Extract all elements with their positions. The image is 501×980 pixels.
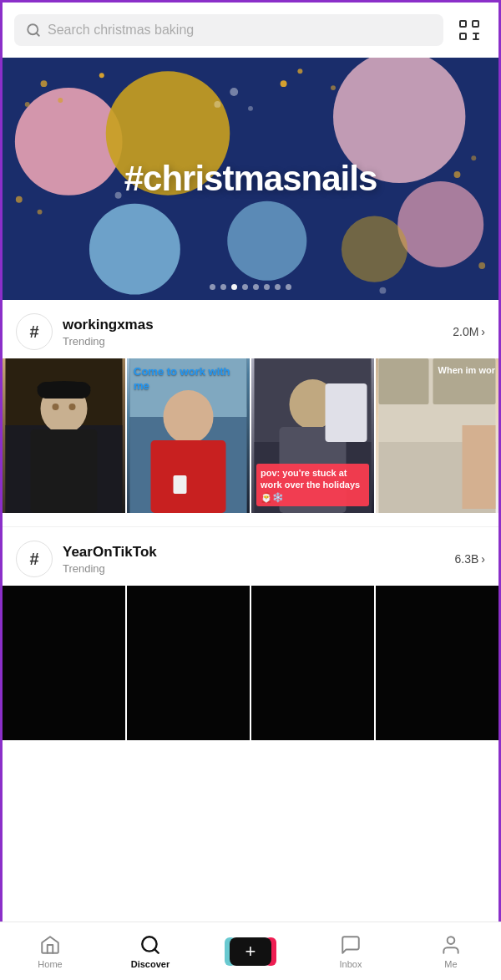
svg-point-25: [38, 210, 43, 215]
svg-line-59: [154, 949, 159, 953]
svg-line-1: [36, 33, 38, 35]
svg-point-38: [53, 404, 59, 410]
dot-6[interactable]: [264, 284, 270, 290]
video-bottom-text-3: pov: you're stuck at work over the holid…: [256, 464, 369, 506]
video-thumb-3[interactable]: pov: you're stuck at work over the holid…: [251, 358, 374, 513]
create-button[interactable]: +: [230, 937, 271, 966]
svg-point-16: [58, 98, 63, 103]
dot-7[interactable]: [275, 284, 281, 290]
hero-banner[interactable]: #christmasnails: [3, 58, 498, 300]
dot-8[interactable]: [286, 284, 291, 290]
inbox-icon: [340, 934, 362, 956]
video-thumb-1[interactable]: [3, 358, 125, 513]
svg-point-21: [331, 85, 336, 90]
svg-point-22: [454, 171, 461, 178]
section-subtitle-workingxmas: Trending: [63, 335, 443, 348]
person-illustration-1: [3, 358, 125, 513]
pagination-dots: [210, 284, 291, 290]
svg-point-29: [248, 106, 253, 111]
section-title-yearontiktok[interactable]: YearOnTikTok: [63, 544, 445, 561]
video-thumb-yot-4[interactable]: [376, 586, 498, 740]
video-top-right-text-4: When im wor: [438, 365, 495, 375]
svg-rect-2: [460, 21, 466, 27]
section-yearontiktok: # YearOnTikTok Trending 6.3B ›: [3, 527, 498, 754]
svg-point-19: [281, 80, 287, 87]
video-overlay-text-2: Come to work with me: [134, 365, 243, 394]
hashtag-icon-workingxmas: #: [16, 313, 53, 350]
nav-item-create[interactable]: +: [225, 937, 276, 966]
svg-point-31: [115, 192, 122, 199]
dot-1[interactable]: [210, 284, 215, 290]
person-icon: [440, 934, 462, 956]
scan-icon: [458, 18, 481, 42]
dot-4[interactable]: [242, 284, 248, 290]
search-icon: [26, 23, 41, 38]
svg-point-14: [342, 216, 407, 282]
svg-rect-4: [460, 33, 466, 39]
svg-point-12: [227, 201, 306, 281]
section-subtitle-yearontiktok: Trending: [63, 562, 445, 575]
svg-point-23: [471, 155, 476, 160]
video-thumb-2[interactable]: Come to work with me: [127, 358, 250, 513]
svg-point-26: [478, 262, 485, 269]
svg-rect-3: [473, 21, 478, 27]
video-thumb-4[interactable]: When im wor: [376, 358, 498, 513]
svg-point-60: [448, 937, 455, 944]
section-info-yearontiktok: YearOnTikTok Trending: [63, 544, 445, 575]
discover-search-icon: [139, 934, 161, 956]
svg-point-43: [164, 390, 214, 444]
svg-rect-51: [326, 383, 367, 442]
nav-item-me[interactable]: Me: [426, 934, 476, 969]
video-thumb-yot-1[interactable]: [3, 586, 125, 740]
section-title-workingxmas[interactable]: workingxmas: [63, 317, 443, 333]
section-header-yearontiktok: # YearOnTikTok Trending 6.3B ›: [3, 541, 498, 586]
svg-rect-55: [379, 358, 429, 404]
search-bar: Search christmas baking: [3, 3, 498, 58]
svg-point-11: [89, 204, 180, 295]
video-thumb-yot-2[interactable]: [127, 586, 250, 740]
bottom-nav: Home Discover + Inbox Me: [0, 922, 501, 980]
section-header-workingxmas: # workingxmas Trending 2.0M ›: [3, 313, 498, 358]
video-thumb-yot-3[interactable]: [251, 586, 374, 740]
svg-rect-37: [38, 382, 91, 399]
section-workingxmas: # workingxmas Trending 2.0M ›: [3, 300, 498, 527]
nav-item-inbox[interactable]: Inbox: [326, 934, 376, 969]
svg-point-15: [41, 80, 48, 87]
search-placeholder-text: Search christmas baking: [48, 23, 194, 38]
dot-3[interactable]: [231, 284, 237, 290]
svg-point-17: [25, 102, 30, 107]
nav-item-discover[interactable]: Discover: [125, 934, 175, 969]
plus-icon: +: [230, 937, 271, 966]
svg-point-28: [214, 101, 220, 108]
dot-2[interactable]: [220, 284, 226, 290]
svg-point-24: [16, 196, 23, 203]
svg-rect-46: [174, 475, 187, 494]
dot-5[interactable]: [253, 284, 259, 290]
svg-point-20: [297, 69, 302, 74]
section-info-workingxmas: workingxmas Trending: [63, 317, 443, 348]
nav-label-home: Home: [38, 959, 62, 969]
svg-point-18: [99, 73, 104, 78]
nav-label-inbox: Inbox: [340, 959, 362, 969]
home-icon: [39, 934, 61, 956]
svg-point-27: [230, 88, 238, 96]
person-illustration-4: [376, 358, 498, 513]
svg-point-8: [15, 88, 123, 195]
section-count-yearontiktok[interactable]: 6.3B ›: [455, 552, 485, 566]
svg-point-39: [69, 404, 76, 410]
nav-label-discover: Discover: [131, 959, 170, 969]
nav-label-me: Me: [444, 959, 457, 969]
svg-rect-57: [463, 425, 496, 509]
hashtag-icon-yearontiktok: #: [16, 541, 53, 577]
nav-item-home[interactable]: Home: [25, 934, 75, 969]
video-grid-workingxmas: Come to work with me pov: you're stuck a…: [3, 358, 498, 526]
section-count-workingxmas[interactable]: 2.0M ›: [453, 325, 485, 338]
video-grid-yearontiktok: [3, 586, 498, 754]
hero-hashtag: #christmasnails: [124, 159, 377, 199]
scan-button[interactable]: [452, 13, 487, 48]
svg-rect-35: [31, 429, 98, 513]
svg-point-13: [397, 181, 483, 267]
svg-rect-44: [151, 440, 226, 513]
search-input[interactable]: Search christmas baking: [14, 14, 443, 46]
svg-point-30: [379, 287, 386, 294]
